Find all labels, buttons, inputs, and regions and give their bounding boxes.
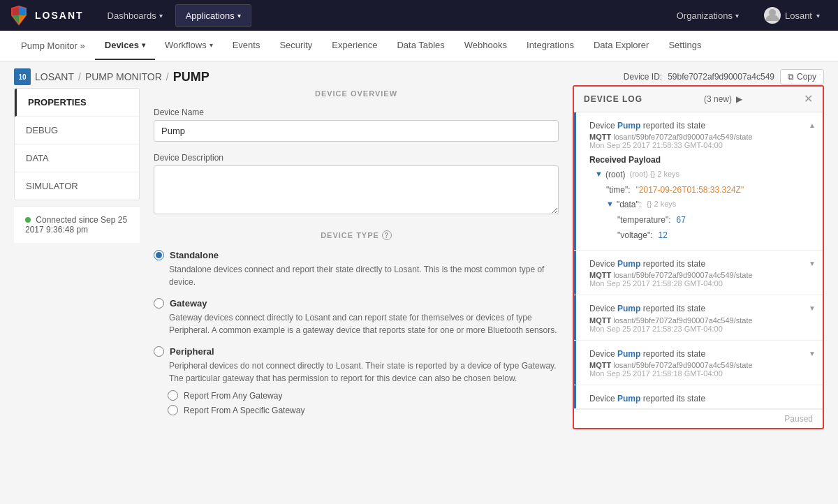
log-entry-bar	[574, 112, 576, 250]
device-overview-header: DEVICE OVERVIEW	[154, 89, 559, 98]
device-name-group: Device Name	[154, 108, 559, 142]
log-entry-text-2: Device Pump reported its state	[589, 258, 813, 271]
log-time-4: Mon Sep 25 2017 21:58:18 GMT-04:00	[589, 369, 813, 378]
standalone-label[interactable]: Standalone	[154, 250, 559, 260]
breadcrumb-app[interactable]: PUMP MONITOR	[85, 71, 162, 82]
log-entry-bar	[574, 385, 576, 408]
log-entry-text-1: Device Pump reported its state	[589, 119, 813, 133]
log-entry-text-4: Device Pump reported its state	[589, 348, 813, 361]
sidebar-item-simulator[interactable]: SIMULATOR	[15, 172, 139, 200]
any-gateway-label[interactable]: Report From Any Gateway	[168, 390, 559, 401]
device-name-label: Device Name	[154, 108, 559, 117]
sidebar-item-properties[interactable]: PROPERTIES	[15, 89, 139, 117]
log-footer: Paused	[574, 409, 823, 428]
sub-navigation: Pump Monitor » Devices ▾ Workflows ▾ Eve…	[0, 31, 838, 61]
device-name-input[interactable]	[154, 120, 559, 142]
subnav-webhooks[interactable]: Webhooks	[455, 31, 517, 60]
log-mqtt-2: MQTT losant/59bfe7072af9d90007a4c549/sta…	[589, 271, 813, 279]
tree-toggle-data[interactable]: ▼	[606, 198, 614, 212]
specific-gateway-radio[interactable]	[168, 405, 178, 415]
sidebar-item-debug[interactable]: DEBUG	[15, 117, 139, 144]
device-id-value: 59bfe7072af9d90007a4c549	[668, 72, 774, 82]
main-layout: PROPERTIES DEBUG DATA SIMULATOR Connecte…	[0, 85, 838, 504]
gateway-label[interactable]: Gateway	[154, 298, 559, 309]
log-entry: Device Pump reported its state MQTT losa…	[574, 251, 823, 295]
nav-dashboards[interactable]: Dashboards ▾	[98, 5, 172, 27]
nav-user[interactable]: Losant ▾	[754, 1, 830, 29]
log-entry-text-5: Device Pump reported its state	[589, 392, 813, 406]
peripheral-label[interactable]: Peripheral	[154, 346, 559, 357]
log-expand-2[interactable]	[809, 258, 816, 268]
device-type-section: DEVICE TYPE ? Standalone Standalone devi…	[154, 230, 559, 415]
breadcrumb: 10 LOSANT / PUMP MONITOR / PUMP	[14, 68, 210, 85]
main-content: DEVICE OVERVIEW Device Name Device Descr…	[140, 85, 573, 491]
peripheral-desc: Peripheral devices do not connect direct…	[169, 360, 559, 385]
specific-gateway-label[interactable]: Report From A Specific Gateway	[168, 405, 559, 415]
log-entry-bar	[574, 341, 576, 385]
device-id-label: Device ID:	[624, 72, 662, 82]
log-entry: Device Pump reported its state	[574, 385, 823, 409]
log-expand-3[interactable]	[809, 302, 816, 313]
subnav-experience[interactable]: Experience	[322, 31, 387, 60]
sidebar-item-data[interactable]: DATA	[15, 144, 139, 172]
log-time-3: Mon Sep 25 2017 21:58:23 GMT-04:00	[589, 325, 813, 333]
chevron-down-icon: ▾	[210, 41, 213, 49]
log-device-link-4[interactable]: Pump	[617, 349, 640, 359]
log-collapse-1[interactable]	[809, 119, 816, 130]
chevron-right-icon[interactable]: ▶	[736, 94, 742, 104]
peripheral-radio[interactable]	[154, 346, 164, 357]
copy-device-id-button[interactable]: ⧉ Copy	[780, 69, 824, 84]
tree-toggle-root[interactable]: ▼	[595, 168, 603, 181]
log-close-button[interactable]: ✕	[804, 94, 813, 105]
log-mqtt-4: MQTT losant/59bfe7072af9d90007a4c549/sta…	[589, 361, 813, 369]
log-body: Device Pump reported its state MQTT losa…	[574, 112, 823, 409]
standalone-desc: Standalone devices connect and report th…	[169, 263, 559, 288]
radio-standalone: Standalone Standalone devices connect an…	[154, 250, 559, 288]
log-device-link-3[interactable]: Pump	[617, 304, 640, 313]
device-type-header: DEVICE TYPE ?	[154, 230, 559, 240]
log-title: DEVICE LOG	[584, 94, 642, 104]
log-device-link-5[interactable]: Pump	[617, 394, 640, 403]
subnav-devices[interactable]: Devices ▾	[95, 31, 155, 60]
log-entry-bar	[574, 251, 576, 295]
breadcrumb-current: PUMP	[173, 70, 210, 84]
help-icon[interactable]: ?	[382, 230, 392, 240]
chevron-down-icon: ▾	[735, 12, 739, 20]
subnav-workflows[interactable]: Workflows ▾	[155, 31, 223, 60]
log-tree-temp: "temperature": 67	[617, 213, 813, 228]
log-device-link-2[interactable]: Pump	[617, 259, 640, 269]
subnav-data-explorer[interactable]: Data Explorer	[584, 31, 659, 60]
log-new-badge: (3 new) ▶	[704, 94, 742, 104]
log-tree-data: ▼ "data": {} 2 keys	[606, 198, 813, 213]
subnav-events[interactable]: Events	[223, 31, 270, 60]
log-tree-indent: "time": "2017-09-26T01:58:33.324Z" ▼ "da…	[606, 183, 813, 243]
log-entry: Device Pump reported its state MQTT losa…	[574, 295, 823, 340]
breadcrumb-org[interactable]: LOSANT	[35, 71, 74, 82]
top-nav-items: Dashboards ▾ Applications ▾	[98, 4, 667, 27]
log-header: DEVICE LOG (3 new) ▶ ✕	[574, 87, 823, 112]
chevron-down-icon: ▾	[142, 41, 145, 49]
subnav-data-tables[interactable]: Data Tables	[387, 31, 454, 60]
gateway-radio[interactable]	[154, 298, 164, 309]
logo-area[interactable]: LOSANT	[8, 5, 84, 26]
log-device-link-1[interactable]: Pump	[617, 121, 640, 131]
log-expand-4[interactable]	[809, 348, 816, 358]
nav-organizations[interactable]: Organizations ▾	[667, 5, 749, 27]
subnav-security[interactable]: Security	[270, 31, 322, 60]
nav-applications[interactable]: Applications ▾	[175, 4, 251, 27]
copy-icon: ⧉	[788, 72, 794, 82]
chevron-down-icon: ▾	[237, 12, 241, 20]
pump-monitor-breadcrumb[interactable]: Pump Monitor »	[11, 32, 95, 59]
connected-indicator	[25, 217, 31, 223]
standalone-radio[interactable]	[154, 250, 164, 260]
device-description-input[interactable]	[154, 165, 559, 214]
subnav-integrations[interactable]: Integrations	[517, 31, 584, 60]
subnav-settings[interactable]: Settings	[659, 31, 711, 60]
log-tree-time: "time": "2017-09-26T01:58:33.324Z"	[606, 183, 813, 198]
log-tree-root: ▼ (root) (root) {} 2 keys	[595, 168, 813, 183]
any-gateway-radio[interactable]	[168, 390, 178, 401]
device-id-area: Device ID: 59bfe7072af9d90007a4c549 ⧉ Co…	[624, 69, 824, 84]
breadcrumb-sep1: /	[78, 71, 81, 82]
sidebar-menu: PROPERTIES DEBUG DATA SIMULATOR	[14, 88, 140, 200]
device-log-panel: DEVICE LOG (3 new) ▶ ✕ Device Pump repor…	[573, 85, 824, 429]
